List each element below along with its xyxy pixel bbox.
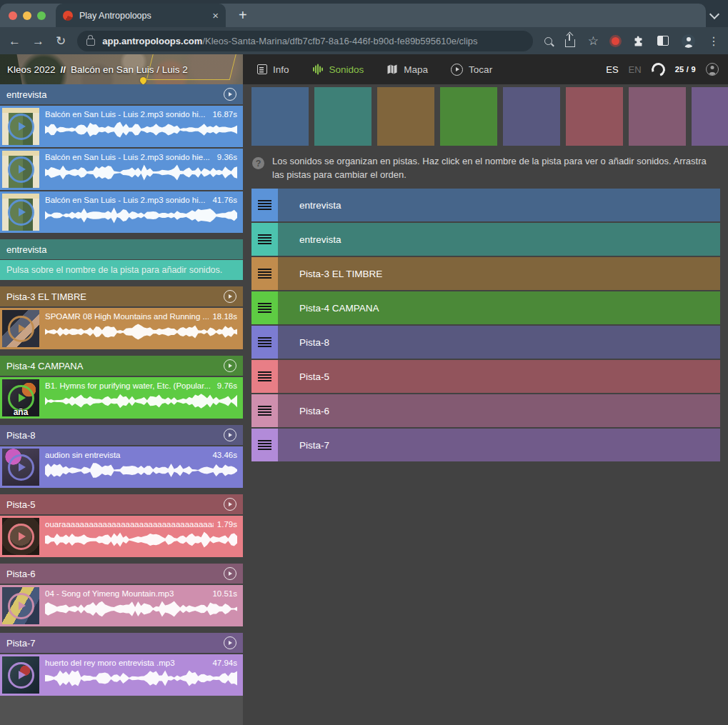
track-row[interactable]: Pista-8 [251,326,720,359]
lang-en-button[interactable]: EN [629,64,642,75]
clip-waveform [45,324,237,340]
track-header[interactable]: Pista-4 CAMPANA [0,356,243,376]
nav-item-mapa[interactable]: Mapa [387,64,428,75]
track-color-swatch[interactable] [566,87,623,146]
track-row[interactable]: entrevista [251,189,720,221]
clip-play-icon[interactable] [8,454,34,481]
clip-item[interactable]: Balcón en San Luis - Luis 2.mp3 sonido h… [0,191,243,233]
track-drag-handle[interactable] [251,257,278,290]
track-color-swatch[interactable] [314,87,372,146]
tab-search-chevron-icon[interactable] [709,9,719,19]
track-row[interactable]: Pista-3 EL TIMBRE [251,257,720,290]
help-text: Los sonidos se organizan en pistas. Haz … [272,154,718,181]
clip-play-icon[interactable] [8,316,34,342]
track-header[interactable]: Pista-5 [0,494,243,514]
track-header[interactable]: Pista-6 [0,564,243,584]
clip-item[interactable]: ouaraaaaaaaaaaaaaaaaaaaaaaaaaaaaaaaaaaaa… [0,516,243,557]
track-row[interactable]: Pista-6 [251,394,720,427]
track-help-message: Pulsa sobre el nombre de la pista para a… [0,260,243,280]
track-play-button[interactable] [224,567,236,580]
forward-button[interactable]: → [32,35,44,47]
side-panel-icon[interactable] [657,36,669,46]
content: entrevistaBalcón en San Luis - Luis 2.mp… [0,84,728,725]
clip-play-icon[interactable] [8,593,34,619]
play-triangle-icon [229,92,232,96]
share-icon[interactable] [565,39,575,47]
track-play-button[interactable] [224,359,236,372]
track-drag-handle[interactable] [251,291,278,324]
track-play-button[interactable] [224,429,236,441]
browser-profile-avatar[interactable] [682,34,695,48]
lock-icon[interactable] [86,39,95,46]
track-row[interactable]: Pista-4 CAMPANA [251,291,720,324]
clip-title: 04 - Song of Yimeng Mountain.mp3 [45,589,209,598]
nav-item-sonidos[interactable]: Sonidos [312,64,364,75]
track-play-button[interactable] [224,636,236,649]
track-drag-handle[interactable] [251,394,278,427]
address-bar[interactable]: app.antropoloops.com/Kleos-Santa-Marina/… [77,31,533,51]
back-button[interactable]: ← [9,35,21,47]
track-drag-handle[interactable] [251,360,278,393]
nav-item-label: Sonidos [329,64,364,75]
nav-item-info[interactable]: Info [257,64,289,75]
clip-head: Balcón en San Luis - Luis 2.mp3 sonido h… [45,153,237,161]
clip-item[interactable]: añaB1. Hymns for purifying water, Etc. (… [0,377,243,419]
track-name: Pista-6 [6,569,35,579]
track-drag-handle[interactable] [251,326,278,359]
browser-tab[interactable]: Play Antropoloops × [56,4,226,27]
lang-es-button[interactable]: ES [606,64,618,75]
clip-body: audion sin entrevista43.46s [39,449,241,486]
track-play-button[interactable] [224,290,236,303]
track-header[interactable]: entrevista [0,84,243,104]
loading-spinner-icon [649,60,667,78]
clip-item[interactable]: SPOAMR 08 High Mountains and Running ...… [0,308,243,349]
track-color-swatch[interactable] [251,87,309,146]
track-row[interactable]: Pista-5 [251,360,720,393]
clip-play-icon[interactable] [8,114,34,140]
clip-play-icon[interactable] [8,524,34,550]
track-row[interactable]: entrevista [251,223,720,256]
reload-button[interactable]: ↻ [56,35,66,47]
app-header: Kleos 2022//Balcón en San Luis / Luis 2 … [0,54,728,84]
map-banner[interactable]: Kleos 2022//Balcón en San Luis / Luis 2 [0,54,243,84]
track-drag-handle[interactable] [251,429,278,461]
track-drag-handle[interactable] [251,189,278,221]
clip-play-icon[interactable] [8,662,34,689]
track-color-swatch[interactable] [629,87,686,146]
window-minimize-button[interactable] [23,11,31,20]
nav-item-label: Tocar [469,64,492,75]
play-circle-icon [451,64,463,76]
track-header[interactable]: entrevista [0,239,243,259]
track-header[interactable]: Pista-7 [0,633,243,653]
bookmark-star-icon[interactable]: ☆ [588,34,599,49]
clip-item[interactable]: Balcón en San Luis - Luis 2.mp3 sonido h… [0,149,243,190]
track-color-swatch[interactable] [377,87,434,146]
track-play-button[interactable] [224,88,236,101]
track-row[interactable]: Pista-7 [251,429,720,461]
new-tab-button[interactable]: + [239,7,247,24]
account-icon[interactable] [706,63,719,76]
clip-play-icon[interactable] [8,156,34,183]
zoom-icon[interactable] [544,37,552,45]
clip-item[interactable]: huerto del rey moro entrevista .mp347.94… [0,654,243,696]
track-play-button[interactable] [224,498,236,511]
track-color-swatch[interactable] [503,87,560,146]
toolbar-icons: ☆ ⋮ [544,34,719,49]
clip-play-icon[interactable] [8,199,34,226]
track-drag-handle[interactable] [251,223,278,256]
tab-close-icon[interactable]: × [208,9,219,21]
track-color-swatch[interactable] [440,87,497,146]
track-color-swatch[interactable] [692,87,728,146]
clip-item[interactable]: 04 - Song of Yimeng Mountain.mp310.51s [0,585,243,626]
extensions-puzzle-icon[interactable] [632,35,644,47]
clip-item[interactable]: Balcón en San Luis - Luis 2.mp3 sonido h… [0,106,243,147]
window-zoom-button[interactable] [37,11,46,20]
record-extension-icon[interactable] [612,37,619,45]
track-header[interactable]: Pista-8 [0,425,243,445]
track-section: Pista-604 - Song of Yimeng Mountain.mp31… [0,564,243,626]
window-close-button[interactable] [9,11,17,20]
track-header[interactable]: Pista-3 EL TIMBRE [0,286,243,306]
browser-menu-icon[interactable]: ⋮ [708,34,719,48]
clip-item[interactable]: audion sin entrevista43.46s [0,446,243,488]
nav-item-tocar[interactable]: Tocar [451,64,492,76]
